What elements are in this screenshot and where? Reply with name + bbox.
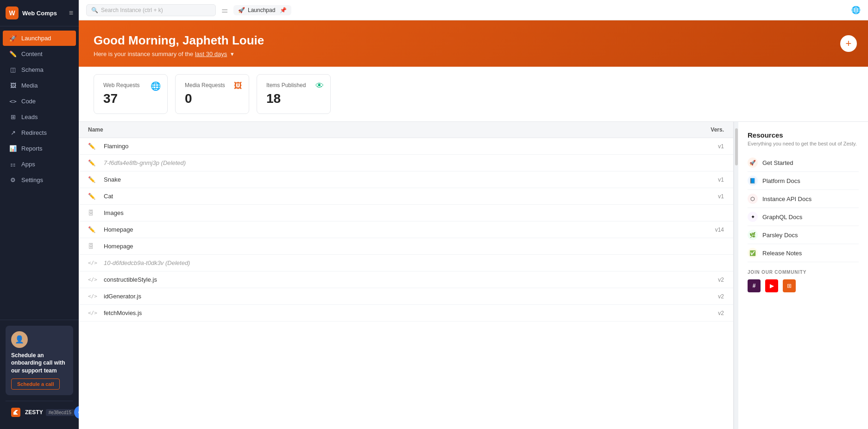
stat-card-media-requests: Media Requests 0 🖼 [175,74,249,114]
leads-icon: ⊞ [9,114,17,120]
row-version: v2 [696,310,724,316]
globe-icon[interactable]: 🌐 [851,6,861,14]
sidebar-item-reports[interactable]: 📊 Reports [3,141,76,156]
row-name-deleted: 10-d6fdedcb9a-t0dk3v (Deleted) [104,259,696,266]
content-icon: ✏️ [9,50,17,57]
period-link[interactable]: last 30 days [195,50,227,57]
row-name: Homepage [104,243,696,250]
sidebar: W Web Comps ≡ 🚀 Launchpad ✏️ Content ◫ S… [0,0,79,429]
graphql-icon: ✦ [748,212,758,222]
sidebar-item-launchpad[interactable]: 🚀 Launchpad [3,31,76,46]
sidebar-item-schema[interactable]: ◫ Schema [3,62,76,77]
resources-panel: Resources Everything you need to get the… [738,122,868,429]
banner: Good Morning, Japheth Louie Here is your… [79,20,868,67]
launchpad-icon: 🚀 [9,35,17,42]
hamburger-icon[interactable]: ≡ [69,9,73,17]
col-vers-header: Vers. [696,126,724,133]
sidebar-item-settings[interactable]: ⚙ Settings [3,172,76,188]
banner-subtitle: Here is your instance summary of the las… [94,50,853,57]
hash-badge: #e38ecd15 [46,409,75,416]
sidebar-item-code[interactable]: <> Code [3,94,76,109]
stat-value-media-requests: 0 [185,91,239,106]
onboarding-title: Schedule an onboarding call with our sup… [11,352,68,375]
sidebar-item-content[interactable]: ✏️ Content [3,46,76,62]
reports-icon: 📊 [9,145,17,152]
dropdown-arrow-icon[interactable]: ▾ [231,50,234,57]
row-name-deleted: 7-f6dfa4e8fb-gnmj3p (Deleted) [104,159,696,166]
sidebar-item-label: Code [21,98,36,105]
row-name: Images [104,209,696,216]
resource-item-instance-api[interactable]: ⬡ Instance API Docs [748,190,859,208]
scrollbar[interactable] [734,122,738,429]
table-row[interactable]: 🗄 Images [79,205,733,221]
topbar: 🔍 Search Instance (ctrl + k) ⚌ 🚀 Launchp… [79,0,868,20]
search-placeholder: Search Instance (ctrl + k) [101,7,163,13]
resource-label: Release Notes [762,250,802,257]
slack-icon[interactable]: # [748,279,761,292]
zesty-wordmark: ZESTY [25,409,43,416]
youtube-icon[interactable]: ▶ [765,279,778,292]
edit-icon: ✏️ [88,226,99,233]
sidebar-item-label: Media [21,82,38,89]
resource-item-parsley[interactable]: 🌿 Parsley Docs [748,226,859,244]
table-row[interactable]: </> fetchMovies.js v2 [79,305,733,322]
col-name-header: Name [88,126,696,133]
sidebar-item-label: Leads [21,114,38,120]
main-area: 🔍 Search Instance (ctrl + k) ⚌ 🚀 Launchp… [79,0,868,429]
code-icon: </> [88,277,99,283]
edit-icon: ✏️ [88,176,99,183]
stat-label-web-requests: Web Requests [103,82,158,88]
sidebar-nav: 🚀 Launchpad ✏️ Content ◫ Schema 🖼 Media … [0,26,79,320]
sidebar-item-leads[interactable]: ⊞ Leads [3,109,76,125]
search-icon: 🔍 [91,7,98,13]
settings-icon: ⚙ [9,177,17,183]
stats-row: Web Requests 37 🌐 Media Requests 0 🖼 Ite… [79,67,868,122]
code-icon: </> [88,293,99,299]
media-icon: 🖼 [9,82,17,89]
resource-item-release-notes[interactable]: ✅ Release Notes [748,244,859,262]
stat-value-items-published: 18 [266,91,321,106]
filter-icon[interactable]: ⚌ [221,6,228,14]
table-row[interactable]: </> constructibleStyle.js v2 [79,271,733,288]
row-name: constructibleStyle.js [104,276,696,283]
sidebar-item-label: Launchpad [21,35,51,42]
parsley-icon: 🌿 [748,230,758,240]
scrollbar-thumb[interactable] [735,128,738,165]
resource-item-platform-docs[interactable]: 📘 Platform Docs [748,172,859,190]
active-tab[interactable]: 🚀 Launchpad 📌 [233,5,291,15]
zesty-logo-icon [11,408,20,417]
stat-label-media-requests: Media Requests [185,82,239,88]
schedule-call-button[interactable]: Schedule a call [11,379,60,390]
resource-item-graphql[interactable]: ✦ GraphQL Docs [748,208,859,226]
code-icon: <> [9,98,17,105]
table-row[interactable]: ✏️ Cat v1 [79,188,733,205]
sidebar-item-apps[interactable]: ⚏ Apps [3,157,76,172]
table-row[interactable]: </> 10-d6fdedcb9a-t0dk3v (Deleted) [79,255,733,271]
sidebar-item-label: Reports [21,145,43,152]
resource-item-get-started[interactable]: 🚀 Get Started [748,154,859,172]
row-version: v1 [696,143,724,150]
table-row[interactable]: ✏️ 7-f6dfa4e8fb-gnmj3p (Deleted) [79,155,733,171]
table-icon[interactable]: ⊞ [783,279,796,292]
table-row[interactable]: ✏️ Snake v1 [79,171,733,188]
resources-subtitle: Everything you need to get the best out … [748,141,859,146]
row-version: v14 [696,227,724,233]
table-row[interactable]: ✏️ Homepage v14 [79,221,733,238]
sidebar-header: W Web Comps ≡ [0,0,79,26]
search-box[interactable]: 🔍 Search Instance (ctrl + k) [86,4,216,16]
row-name: Homepage [104,226,696,233]
sidebar-item-media[interactable]: 🖼 Media [3,78,76,93]
add-button[interactable]: + [840,35,857,52]
table-row[interactable]: ✏️ Flamingo v1 [79,138,733,155]
db-icon: 🗄 [88,243,99,250]
pin-icon[interactable]: 📌 [280,7,287,13]
avatar: 👤 [11,331,28,348]
sidebar-item-redirects[interactable]: ↗ Redirects [3,125,76,140]
table-row[interactable]: </> idGenerator.js v2 [79,288,733,305]
edit-icon: ✏️ [88,143,99,150]
table-row[interactable]: 🗄 Homepage [79,238,733,255]
get-started-icon: 🚀 [748,158,758,168]
release-notes-icon: ✅ [748,248,758,258]
onboarding-card: 👤 Schedule an onboarding call with our s… [6,326,73,395]
row-name: Cat [104,193,696,200]
